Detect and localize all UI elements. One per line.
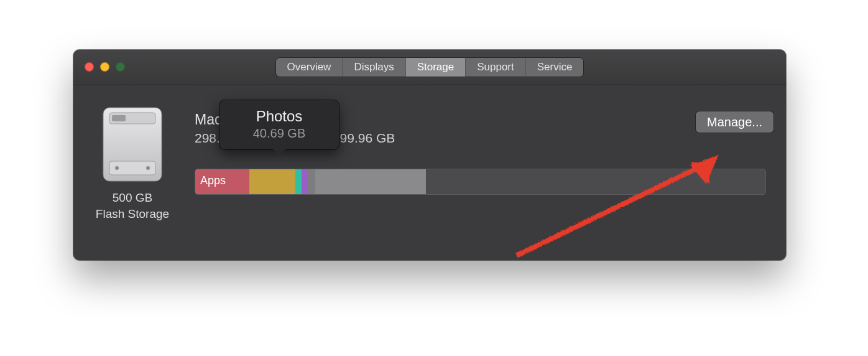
drive-label: 500 GB Flash Storage <box>92 190 173 222</box>
drive-type: Flash Storage <box>92 206 173 222</box>
about-this-mac-window: OverviewDisplaysStorageSupportService <box>73 50 786 260</box>
tab-overview[interactable]: Overview <box>276 58 343 77</box>
segment-photos[interactable] <box>249 169 295 194</box>
drive-icon <box>98 104 167 185</box>
drive-capacity: 500 GB <box>92 190 173 206</box>
segment-other[interactable] <box>315 169 427 194</box>
segment-mail[interactable] <box>295 169 301 194</box>
minimize-icon[interactable] <box>100 62 109 72</box>
svg-rect-2 <box>112 115 126 121</box>
close-icon[interactable] <box>85 62 94 72</box>
segment-apps[interactable]: Apps <box>195 169 249 194</box>
window-controls <box>85 62 125 72</box>
storage-bar[interactable]: Apps <box>195 169 766 195</box>
storage-tooltip: Photos 40.69 GB <box>219 100 339 149</box>
svg-point-5 <box>146 166 150 170</box>
zoom-icon[interactable] <box>116 62 125 72</box>
content: 500 GB Flash Storage Manage... Mac 298._… <box>73 85 786 261</box>
tab-service[interactable]: Service <box>526 58 584 77</box>
drive-column: 500 GB Flash Storage <box>92 104 173 222</box>
tooltip-subtitle: 40.69 GB <box>229 126 329 141</box>
segment-label: Apps <box>200 174 226 187</box>
tab-storage[interactable]: Storage <box>406 58 466 77</box>
manage-button[interactable]: Manage... <box>696 111 773 133</box>
titlebar: OverviewDisplaysStorageSupportService <box>73 50 786 85</box>
tab-support[interactable]: Support <box>466 58 526 77</box>
svg-point-4 <box>115 166 119 170</box>
tooltip-title: Photos <box>229 108 329 125</box>
segment-icloud[interactable] <box>302 169 307 194</box>
segment-system[interactable] <box>307 169 315 194</box>
tab-bar: OverviewDisplaysStorageSupportService <box>276 58 584 77</box>
storage-main: Manage... Mac 298.__ GB ____able of 499.… <box>195 111 773 146</box>
tab-displays[interactable]: Displays <box>343 58 405 77</box>
